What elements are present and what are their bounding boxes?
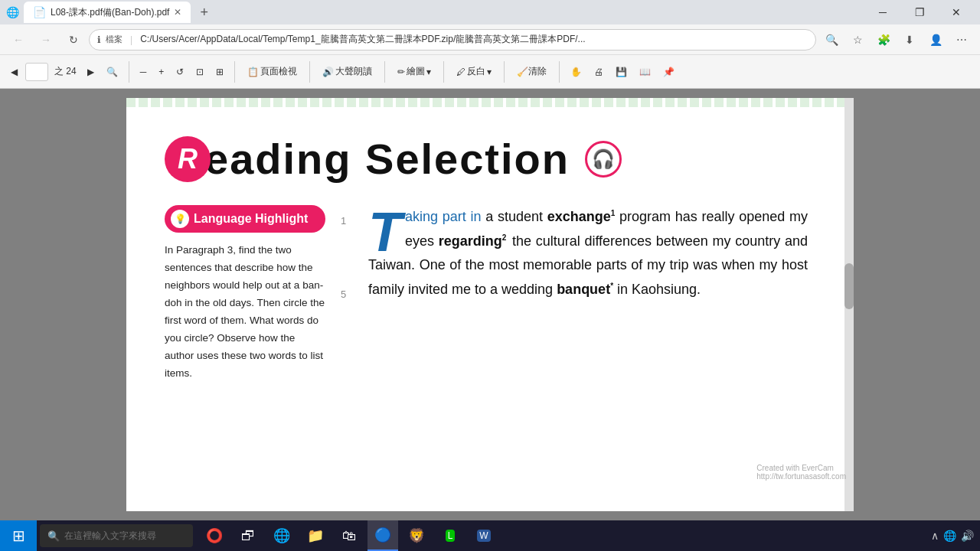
draw-label: 繪圖 bbox=[407, 65, 425, 78]
language-instructions: In Paragraph 3, find the two sentences t… bbox=[165, 242, 325, 383]
pdf-scrollbar[interactable] bbox=[844, 98, 854, 511]
pdf-reflect-button[interactable]: 🖊 反白 ▾ bbox=[450, 62, 498, 81]
taskbar-taskview-icon[interactable]: 🗗 bbox=[233, 520, 263, 551]
maximize-button[interactable]: ❐ bbox=[902, 0, 937, 24]
pdf-content-area: R eading Selection 🎧 💡 Langua bbox=[0, 89, 980, 520]
pdf-bookmark-button[interactable]: 📖 bbox=[635, 60, 655, 84]
headphone-icon[interactable]: 🎧 bbox=[585, 141, 622, 178]
toolbar-separator3 bbox=[309, 61, 310, 83]
pdf-page-total: 之 24 bbox=[51, 65, 80, 78]
taskbar: ⊞ 🔍 ⭕ 🗗 🌐 📁 🛍 🔵 🦁 L W bbox=[0, 520, 980, 551]
pdf-print-button[interactable]: 🖨 bbox=[590, 60, 608, 84]
taskbar-word-icon[interactable]: W bbox=[469, 520, 499, 551]
pageview-label: 頁面檢視 bbox=[260, 65, 297, 78]
headphone-glyph: 🎧 bbox=[592, 148, 615, 170]
pdf-page-input[interactable]: 5 bbox=[25, 63, 48, 81]
toolbar-separator6 bbox=[504, 61, 505, 83]
pdf-search-button[interactable]: 🔍 bbox=[102, 60, 122, 84]
taskbar-explorer-icon[interactable]: 📁 bbox=[300, 520, 331, 551]
tray-network-icon[interactable]: 🌐 bbox=[943, 530, 956, 542]
paragraph-text: Taking part in a student exchange1 progr… bbox=[368, 205, 808, 305]
pageview-icon: 📋 bbox=[247, 67, 259, 77]
more-button[interactable]: ⋯ bbox=[949, 28, 974, 52]
back-button[interactable]: ← bbox=[6, 28, 31, 52]
word-glyph: W bbox=[477, 530, 490, 542]
refresh-button[interactable]: ↻ bbox=[61, 28, 86, 52]
pdf-rotate-button[interactable]: ↺ bbox=[172, 60, 188, 84]
pdf-readaloud-button[interactable]: 🔊 大聲朗讀 bbox=[316, 62, 378, 81]
taskbar-edge-icon[interactable]: 🌐 bbox=[266, 520, 297, 551]
bold-regarding: regarding2 bbox=[439, 233, 507, 249]
highlighted-text: aking part in bbox=[405, 209, 482, 224]
watermark: Created with EverCamhttp://tw.fortunasas… bbox=[756, 464, 846, 481]
pdf-layout-button[interactable]: ⊞ bbox=[211, 60, 228, 84]
line-num-5: 5 bbox=[341, 283, 362, 305]
star-button[interactable]: ☆ bbox=[845, 28, 870, 52]
reflect-icon: 🖊 bbox=[456, 67, 466, 77]
window-controls: ─ ❐ ✕ bbox=[865, 0, 974, 24]
minimize-button[interactable]: ─ bbox=[865, 0, 900, 24]
taskview-glyph: 🗗 bbox=[241, 528, 255, 544]
start-button[interactable]: ⊞ bbox=[0, 520, 37, 551]
tray-volume-icon[interactable]: 🔊 bbox=[961, 530, 974, 542]
download-button[interactable]: ⬇ bbox=[897, 28, 922, 52]
pdf-prev-page-button[interactable]: ◀ bbox=[6, 60, 22, 84]
close-button[interactable]: ✕ bbox=[939, 0, 974, 24]
line-num-1: 1 bbox=[341, 210, 362, 231]
brave-glyph: 🦁 bbox=[408, 527, 425, 544]
taskbar-search-box[interactable]: 🔍 bbox=[40, 524, 193, 547]
tab-close-button[interactable]: ✕ bbox=[174, 7, 181, 18]
store-glyph: 🛍 bbox=[342, 528, 356, 544]
reading-header: R eading Selection 🎧 bbox=[165, 136, 808, 182]
big-T-letter: T bbox=[368, 211, 402, 253]
taskbar-line-icon[interactable]: L bbox=[435, 520, 466, 551]
nav-right-icons: 🔍 ☆ 🧩 ⬇ 👤 ⋯ bbox=[819, 28, 974, 52]
taskbar-cortana-icon[interactable]: ⭕ bbox=[199, 520, 230, 551]
cortana-glyph: ⭕ bbox=[206, 527, 223, 544]
toolbar-separator bbox=[129, 61, 129, 83]
taskbar-brave-icon[interactable]: 🦁 bbox=[401, 520, 432, 551]
draw-arrow: ▾ bbox=[426, 67, 431, 77]
forward-button[interactable]: → bbox=[34, 28, 58, 52]
bold-banquet: banquet* bbox=[557, 282, 613, 297]
pdf-pageview-button[interactable]: 📋 頁面檢視 bbox=[241, 62, 303, 81]
pdf-pin-button[interactable]: 📌 bbox=[658, 60, 679, 84]
profile-button[interactable]: 👤 bbox=[923, 28, 948, 52]
main-content: 💡 Language Highlight In Paragraph 3, fin… bbox=[165, 205, 808, 383]
scrollbar-thumb[interactable] bbox=[844, 263, 854, 309]
r-letter: R bbox=[178, 143, 198, 175]
sup-1: 1 bbox=[611, 209, 616, 217]
pdf-zoom-in-button[interactable]: + bbox=[154, 60, 168, 84]
pdf-page: R eading Selection 🎧 💡 Langua bbox=[126, 98, 854, 511]
taskbar-chrome-icon[interactable]: 🔵 bbox=[368, 520, 398, 551]
system-tray-icons: ∧ 🌐 🔊 bbox=[931, 530, 974, 542]
pdf-clear-button[interactable]: 🧹 清除 bbox=[511, 62, 553, 81]
extensions-button[interactable]: 🧩 bbox=[871, 28, 896, 52]
tray-up-icon[interactable]: ∧ bbox=[931, 530, 939, 542]
browser-tab[interactable]: 📄 L08-課本.pdf備(Ban-Doh).pdf ✕ bbox=[24, 2, 191, 23]
sup-star: * bbox=[610, 282, 613, 290]
bulb-icon: 💡 bbox=[175, 214, 186, 224]
address-bar[interactable]: ℹ 檔案 | C:/Users/Acer/AppData/Local/Temp/… bbox=[89, 29, 816, 51]
taskbar-store-icon[interactable]: 🛍 bbox=[334, 520, 364, 551]
pdf-zoom-out-button[interactable]: ─ bbox=[136, 60, 152, 84]
browser-logo-icon: 🌐 bbox=[6, 6, 19, 18]
language-highlight-box: 💡 Language Highlight In Paragraph 3, fin… bbox=[165, 205, 325, 383]
taskbar-search-input[interactable] bbox=[64, 530, 179, 541]
pdf-fit-button[interactable]: ⊡ bbox=[191, 60, 208, 84]
pdf-text-column: 1 5 Taking part in a student exchange1 p… bbox=[341, 205, 808, 383]
search-button[interactable]: 🔍 bbox=[819, 28, 844, 52]
reading-title-rest: eading Selection bbox=[204, 135, 570, 183]
address-text: C:/Users/Acer/AppData/Local/Temp/Temp1_龍… bbox=[140, 33, 808, 46]
draw-icon: ✏ bbox=[397, 67, 405, 77]
new-tab-button[interactable]: + bbox=[195, 5, 213, 21]
pdf-toolbar: ◀ 5 之 24 ▶ 🔍 ─ + ↺ ⊡ ⊞ 📋 頁面檢視 🔊 大聲朗讀 ✏ 繪… bbox=[0, 55, 980, 89]
pdf-draw-button[interactable]: ✏ 繪圖 ▾ bbox=[391, 62, 437, 81]
lang-badge-icon: 💡 bbox=[171, 210, 189, 228]
pdf-save-button[interactable]: 💾 bbox=[611, 60, 632, 84]
address-sep: | bbox=[130, 34, 132, 45]
pdf-hand-button[interactable]: ✋ bbox=[566, 60, 586, 84]
pdf-next-page-button[interactable]: ▶ bbox=[83, 60, 99, 84]
reflect-label: 反白 bbox=[467, 65, 485, 78]
the-word: the bbox=[512, 233, 531, 249]
